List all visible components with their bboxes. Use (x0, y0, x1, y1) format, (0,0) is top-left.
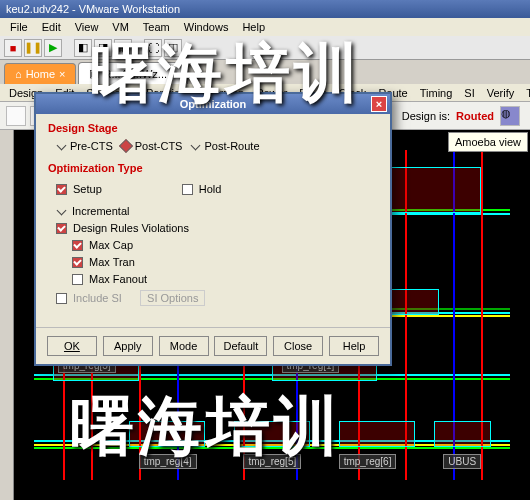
vm-icon: ▣ (89, 67, 99, 80)
dialog-titlebar[interactable]: Optimization × (36, 94, 390, 114)
tab-vm[interactable]: ▣ R...42...Wz... × (78, 62, 188, 84)
check-max-cap[interactable]: Max Cap (72, 239, 378, 251)
ok-button[interactable]: OK (47, 336, 97, 356)
power-off-icon[interactable]: ■ (4, 39, 22, 57)
dialog-close-icon[interactable]: × (371, 96, 387, 112)
chevron-down-icon (56, 206, 66, 216)
checkbox-disabled-icon (56, 293, 67, 304)
revert-icon[interactable]: ◨ (94, 39, 112, 57)
default-button[interactable]: Default (214, 336, 267, 356)
help-button[interactable]: Help (329, 336, 379, 356)
vm-menu-vm[interactable]: VM (106, 20, 135, 34)
vertical-ruler (0, 130, 14, 500)
menu-tools[interactable]: Tools (521, 86, 530, 99)
menu-timing[interactable]: Timing (415, 86, 458, 99)
check-setup[interactable]: Setup (56, 183, 102, 195)
mode-button[interactable]: Mode (159, 336, 209, 356)
cell-tmp-reg-5: tmp_reg[5] (243, 454, 301, 469)
play-icon[interactable]: ▶ (44, 39, 62, 57)
check-incremental[interactable]: Incremental (56, 205, 378, 217)
vm-menu-file[interactable]: File (4, 20, 34, 34)
vmware-title-bar: keu2.udv242 - VMware Workstation (0, 0, 530, 18)
apply-button[interactable]: Apply (103, 336, 153, 356)
vm-menu-help[interactable]: Help (236, 20, 271, 34)
menu-si[interactable]: SI (459, 86, 479, 99)
cell-tmp-reg-4: tmp_reg[4] (139, 454, 197, 469)
radio-pre-cts[interactable]: Pre-CTS (56, 140, 113, 152)
optimization-dialog: Optimization × Design Stage Pre-CTS Post… (34, 92, 392, 366)
vm-menu-windows[interactable]: Windows (178, 20, 235, 34)
cell-ubus: UBUS (443, 454, 481, 469)
close-button[interactable]: Close (273, 336, 323, 356)
checkbox-checked-icon (56, 223, 67, 234)
design-status: Design is: Routed ◍ (402, 106, 520, 126)
checkbox-checked-icon (72, 240, 83, 251)
vm-menu-team[interactable]: Team (137, 20, 176, 34)
diamond-selected-icon (119, 139, 133, 153)
si-options-button: SI Options (140, 290, 205, 306)
checkbox-icon (182, 184, 193, 195)
unity-icon[interactable]: ◫ (164, 39, 182, 57)
close-tab-icon[interactable]: × (59, 68, 65, 80)
chevron-down-icon (190, 141, 200, 151)
check-drv[interactable]: Design Rules Violations (56, 222, 378, 234)
fullscreen-icon[interactable]: ⛶ (144, 39, 162, 57)
open-icon[interactable] (6, 106, 26, 126)
design-stage-label: Design Stage (48, 122, 378, 134)
menu-verify[interactable]: Verify (482, 86, 520, 99)
vmware-toolbar: ■ ❚❚ ▶ ◧ ◨ ▦ ⛶ ◫ (0, 36, 530, 60)
home-icon: ⌂ (15, 68, 22, 80)
snapshot-icon[interactable]: ◧ (74, 39, 92, 57)
vm-tabs: ⌂ Home × ▣ R...42...Wz... × (0, 60, 530, 84)
radio-post-cts[interactable]: Post-CTS (121, 140, 183, 152)
manage-icon[interactable]: ▦ (114, 39, 132, 57)
check-include-si: Include SI SI Options (56, 290, 378, 306)
check-max-fanout[interactable]: Max Fanout (72, 273, 378, 285)
tab-home[interactable]: ⌂ Home × (4, 63, 76, 84)
vmware-menubar: File Edit View VM Team Windows Help (0, 18, 530, 36)
view-mode-icon[interactable]: ◍ (500, 106, 520, 126)
amoeba-view-label[interactable]: Amoeba view (448, 132, 528, 152)
status-value: Routed (456, 110, 494, 122)
cell-tmp-reg-6: tmp_reg[6] (339, 454, 397, 469)
chevron-down-icon (56, 141, 66, 151)
checkbox-icon (72, 274, 83, 285)
vm-menu-edit[interactable]: Edit (36, 20, 67, 34)
optimization-type-label: Optimization Type (48, 162, 378, 174)
radio-post-route[interactable]: Post-Route (190, 140, 259, 152)
vmware-title-text: keu2.udv242 - VMware Workstation (6, 3, 180, 15)
checkbox-checked-icon (56, 184, 67, 195)
vm-menu-view[interactable]: View (69, 20, 105, 34)
close-tab-icon[interactable]: × (171, 68, 177, 80)
checkbox-checked-icon (72, 257, 83, 268)
check-max-tran[interactable]: Max Tran (72, 256, 378, 268)
pause-icon[interactable]: ❚❚ (24, 39, 42, 57)
check-hold[interactable]: Hold (182, 183, 222, 195)
